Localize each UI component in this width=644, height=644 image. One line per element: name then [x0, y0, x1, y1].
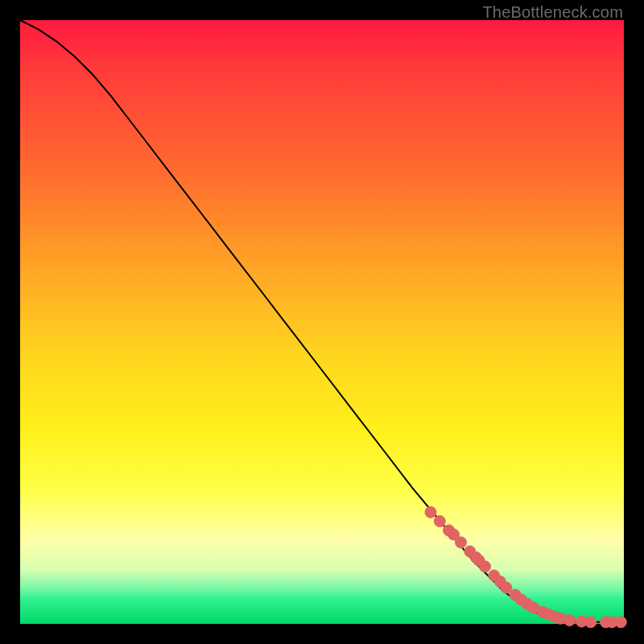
watermark-text: TheBottleneck.com	[482, 3, 623, 22]
data-point	[585, 617, 597, 628]
data-point	[615, 617, 626, 628]
bottleneck-curve	[20, 20, 624, 622]
data-point	[456, 537, 467, 548]
scatter-points	[425, 506, 626, 628]
data-point	[425, 506, 436, 518]
chart-svg	[20, 20, 624, 624]
chart-frame: TheBottleneck.com	[0, 0, 644, 644]
data-point	[564, 615, 576, 626]
plot-area	[20, 20, 624, 624]
data-point	[501, 582, 512, 593]
data-point	[480, 561, 491, 572]
data-point	[434, 516, 445, 527]
